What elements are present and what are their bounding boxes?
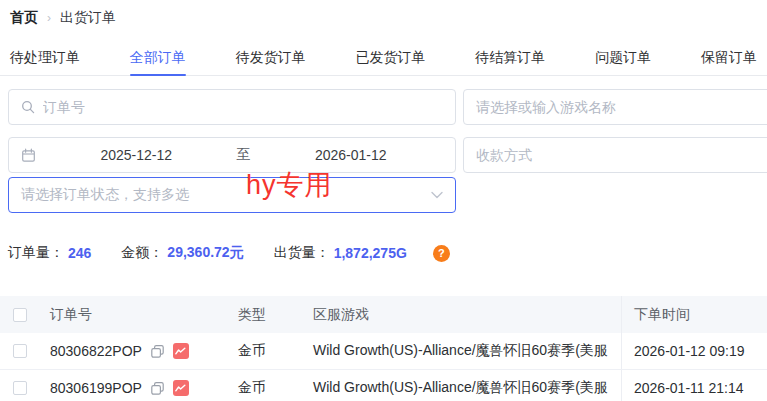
amount-label: 金额：: [121, 244, 163, 262]
header-order-no: 订单号: [40, 306, 228, 324]
order-tabs: 待处理订单 全部订单 待发货订单 已发货订单 待结算订单 问题订单 保留订单: [0, 46, 767, 76]
header-type: 类型: [228, 306, 302, 324]
tab-pending-orders[interactable]: 待处理订单: [10, 46, 80, 75]
date-range-separator: 至: [237, 146, 251, 164]
game-name-input[interactable]: [476, 99, 767, 115]
shipment-label: 出货量：: [274, 244, 330, 262]
price-trend-icon[interactable]: [173, 343, 189, 359]
tab-problem-orders[interactable]: 问题订单: [595, 46, 651, 75]
order-no-search-box: [8, 89, 456, 125]
select-all-checkbox[interactable]: [13, 308, 27, 322]
order-type-value: 金币: [228, 379, 302, 397]
payment-method-input[interactable]: [476, 147, 767, 163]
shipment-value: 1,872,275G: [334, 245, 407, 261]
order-no-value: 80306199POP: [50, 380, 142, 396]
order-count-label: 订单量：: [8, 244, 64, 262]
row-checkbox[interactable]: [13, 381, 27, 395]
order-count-value: 246: [68, 245, 91, 261]
tab-to-settle-orders[interactable]: 待结算订单: [475, 46, 545, 75]
order-game-value: Wild Growth(US)-Alliance/魔兽怀旧60赛季(美服: [302, 379, 621, 397]
breadcrumb: 首页 › 出货订单: [10, 9, 116, 27]
order-game-value: Wild Growth(US)-Alliance/魔兽怀旧60赛季(美服: [302, 342, 621, 360]
search-icon: [21, 100, 35, 114]
date-start-value[interactable]: 2025-12-12: [44, 147, 229, 163]
order-time-value: 2026-01-12 09:19: [621, 333, 767, 369]
payment-method-box: [463, 137, 767, 173]
table-row: 80306199POP 金币 Wild Growth(US)-Alliance/…: [0, 370, 767, 401]
date-end-value[interactable]: 2026-01-12: [259, 147, 444, 163]
tab-to-ship-orders[interactable]: 待发货订单: [236, 46, 306, 75]
order-no-value: 80306822POP: [50, 343, 142, 359]
tab-held-orders[interactable]: 保留订单: [701, 46, 757, 75]
tab-all-orders[interactable]: 全部订单: [130, 46, 186, 75]
header-game: 区服游戏: [302, 306, 621, 324]
calendar-icon: [21, 148, 36, 163]
shipping-orders-page: 首页 › 出货订单 待处理订单 全部订单 待发货订单 已发货订单 待结算订单 问…: [0, 0, 767, 401]
table-header-row: 订单号 类型 区服游戏 下单时间: [0, 296, 767, 333]
orders-table: 订单号 类型 区服游戏 下单时间 80306822POP 金币 Wild Gro…: [0, 296, 767, 401]
chevron-down-icon: [431, 191, 443, 199]
breadcrumb-current: 出货订单: [60, 9, 116, 27]
help-question-icon[interactable]: ?: [433, 245, 450, 262]
tab-shipped-orders[interactable]: 已发货订单: [355, 46, 425, 75]
breadcrumb-separator: ›: [47, 11, 51, 25]
header-time: 下单时间: [621, 296, 767, 333]
copy-icon[interactable]: [150, 381, 165, 396]
row-checkbox[interactable]: [13, 344, 27, 358]
copy-icon[interactable]: [150, 344, 165, 359]
game-select-box: [463, 89, 767, 125]
date-range-picker[interactable]: 2025-12-12 至 2026-01-12: [8, 137, 456, 173]
order-status-select[interactable]: 请选择订单状态，支持多选: [8, 177, 456, 213]
order-status-placeholder: 请选择订单状态，支持多选: [21, 186, 423, 204]
price-trend-icon[interactable]: [173, 380, 189, 396]
hy-note-annotation: hy专用: [246, 167, 333, 203]
amount-value: 29,360.72元: [167, 244, 243, 262]
stats-bar: 订单量： 246 金额： 29,360.72元 出货量： 1,872,275G …: [8, 244, 450, 262]
order-time-value: 2026-01-11 21:14: [621, 370, 767, 401]
table-row: 80306822POP 金币 Wild Growth(US)-Alliance/…: [0, 333, 767, 370]
breadcrumb-home[interactable]: 首页: [10, 9, 38, 27]
order-type-value: 金币: [228, 342, 302, 360]
order-no-input[interactable]: [43, 99, 443, 115]
